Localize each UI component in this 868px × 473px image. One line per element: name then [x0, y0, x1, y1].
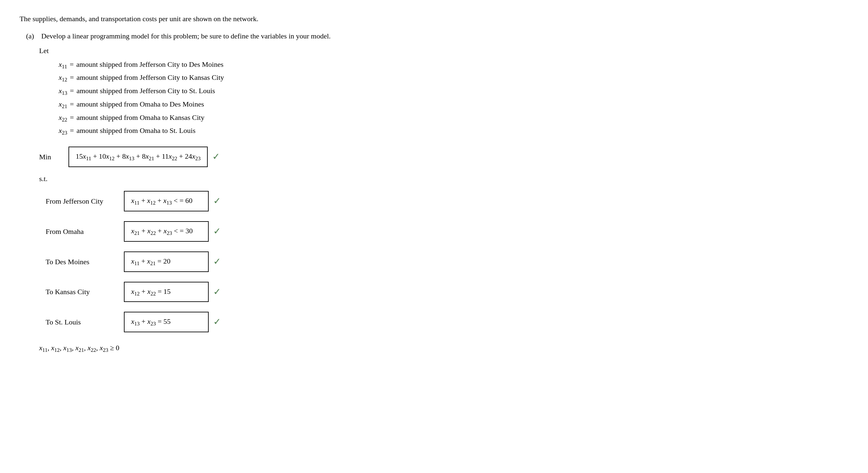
constraint-kansascity-label: To Kansas City	[45, 286, 124, 297]
var-x23: x23	[59, 125, 67, 137]
var-x21: x21	[59, 98, 67, 111]
var-x22: x22	[59, 112, 67, 125]
constraint-jefferson-label: From Jefferson City	[45, 196, 124, 207]
constraint-omaha-row: From Omaha x21 + x22 + x23 < = 30 ✓	[45, 221, 848, 242]
constraint-kansascity-checkmark: ✓	[213, 285, 221, 299]
constraint-stlouis-row: To St. Louis x13 + x23 = 55 ✓	[45, 312, 848, 332]
objective-formula: 15x11 + 10x12 + 8x13 + 8x21 + 11x22 + 24…	[68, 146, 208, 167]
objective-checkmark: ✓	[212, 149, 220, 164]
variable-definitions: x11 = amount shipped from Jefferson City…	[59, 59, 848, 138]
part-a-section: (a) Develop a linear programming model f…	[26, 30, 848, 42]
var-x12-desc: amount shipped from Jefferson City to Ka…	[76, 72, 224, 83]
constraint-kansascity-formula: x12 + x22 = 15	[124, 282, 209, 302]
constraint-desmoines-label: To Des Moines	[45, 256, 124, 267]
let-label: Let	[39, 45, 848, 56]
var-x22-desc: amount shipped from Omaha to Kansas City	[76, 112, 205, 123]
var-x11-desc: amount shipped from Jefferson City to De…	[76, 59, 223, 70]
var-x11: x11	[59, 59, 67, 71]
var-x23-row: x23 = amount shipped from Omaha to St. L…	[59, 125, 848, 137]
constraint-jefferson-row: From Jefferson City x11 + x12 + x13 < = …	[45, 191, 848, 211]
constraint-desmoines-row: To Des Moines x11 + x21 = 20 ✓	[45, 251, 848, 272]
let-block: Let x11 = amount shipped from Jefferson …	[39, 45, 848, 355]
var-x13-desc: amount shipped from Jefferson City to St…	[76, 85, 215, 96]
constraint-omaha-formula: x21 + x22 + x23 < = 30	[124, 221, 209, 242]
min-label: Min	[39, 151, 65, 163]
part-a-label: (a)	[26, 32, 34, 40]
var-x22-row: x22 = amount shipped from Omaha to Kansa…	[59, 112, 848, 125]
constraint-jefferson-checkmark: ✓	[213, 194, 221, 208]
constraint-stlouis-label: To St. Louis	[45, 316, 124, 328]
constraint-desmoines-checkmark: ✓	[213, 255, 221, 269]
var-x21-row: x21 = amount shipped from Omaha to Des M…	[59, 98, 848, 111]
constraint-omaha-label: From Omaha	[45, 226, 124, 237]
part-a-text: Develop a linear programming model for t…	[41, 32, 331, 40]
constraint-omaha-checkmark: ✓	[213, 224, 221, 239]
constraint-desmoines-formula: x11 + x21 = 20	[124, 251, 209, 272]
var-x12: x12	[59, 72, 67, 85]
var-x12-row: x12 = amount shipped from Jefferson City…	[59, 72, 848, 85]
var-x11-row: x11 = amount shipped from Jefferson City…	[59, 59, 848, 71]
min-section: Min 15x11 + 10x12 + 8x13 + 8x21 + 11x22 …	[39, 146, 848, 167]
intro-text: The supplies, demands, and transportatio…	[20, 13, 848, 25]
constraint-jefferson-formula: x11 + x12 + x13 < = 60	[124, 191, 209, 211]
non-negativity: x11, x12, x13, x21, x22, x23 ≥ 0	[39, 342, 848, 355]
var-x23-desc: amount shipped from Omaha to St. Louis	[76, 125, 196, 136]
constraint-stlouis-formula: x13 + x23 = 55	[124, 312, 209, 332]
constraint-stlouis-checkmark: ✓	[213, 315, 221, 329]
constraints-section: From Jefferson City x11 + x12 + x13 < = …	[45, 191, 848, 332]
var-x13-row: x13 = amount shipped from Jefferson City…	[59, 85, 848, 98]
st-label: s.t.	[39, 173, 848, 184]
var-x21-desc: amount shipped from Omaha to Des Moines	[76, 98, 204, 110]
var-x13: x13	[59, 85, 67, 98]
constraint-kansascity-row: To Kansas City x12 + x22 = 15 ✓	[45, 282, 848, 302]
